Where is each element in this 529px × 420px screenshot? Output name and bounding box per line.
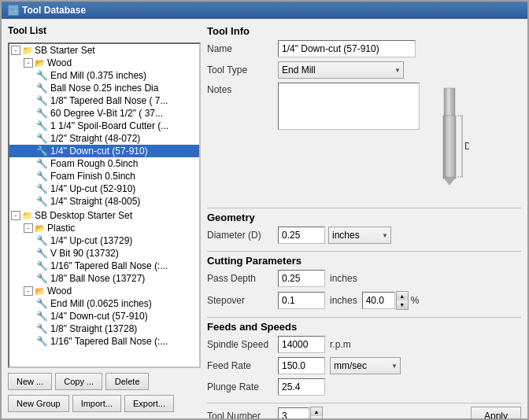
tool-type-select[interactable]: End Mill Ball Nose V-Bit Engraving	[278, 61, 404, 79]
spindle-unit: r.p.m	[330, 339, 351, 350]
diameter-unit-select-wrapper[interactable]: inches mm	[328, 227, 391, 244]
tool-type-row: Tool Type End Mill Ball Nose V-Bit Engra…	[207, 61, 521, 79]
tree-label: 1/4" Down-cut (57-910)	[50, 146, 148, 157]
stepover-pct-input[interactable]	[362, 292, 395, 309]
tool-icon: 🔧	[36, 196, 48, 207]
tree-label: 1/16" Tapered Ball Nose (:...	[50, 336, 168, 347]
tree-label: 1 1/4" Spoil-Board Cutter (...	[50, 120, 168, 131]
separator-1	[207, 208, 521, 208]
tree-label: 1/8" Straight (13728)	[50, 323, 137, 334]
list-item[interactable]: 🔧 1/8" Tapered Ball Nose ( 7...	[9, 94, 199, 107]
svg-rect-0	[444, 88, 455, 116]
tool-tree[interactable]: - 📁 SB Starter Set - 📂 Wood 🔧 End Mill (…	[8, 42, 201, 368]
notes-label: Notes	[207, 83, 278, 95]
pass-depth-unit: inches	[330, 273, 357, 284]
export-button[interactable]: Export...	[124, 395, 174, 412]
tool-icon: 🔧	[36, 83, 48, 94]
stepover-pct-spinbox: ▲ ▼	[396, 291, 409, 310]
expand-icon[interactable]: -	[24, 58, 33, 68]
tree-label: 1/4" Up-cut (52-910)	[50, 183, 135, 194]
list-item[interactable]: 🔧 1/2" Straight (48-072)	[9, 132, 199, 145]
new-group-button[interactable]: New Group	[8, 395, 69, 412]
notes-row: Notes	[207, 83, 521, 201]
expand-icon[interactable]: -	[24, 286, 33, 296]
diameter-unit-select[interactable]: inches mm	[328, 227, 391, 244]
tree-label: Ball Nose 0.25 inches Dia	[50, 83, 158, 94]
tree-label: Plastic	[47, 223, 75, 234]
list-item[interactable]: 🔧 End Mill (0.375 inches)	[9, 69, 199, 82]
name-row: Name	[207, 40, 521, 57]
list-item[interactable]: 🔧 60 Degree V-Bit 1/2" ( 37...	[9, 107, 199, 120]
right-panel: Tool Info Name Tool Type End Mill Ball N…	[207, 25, 521, 412]
folder-icon: 📂	[35, 223, 46, 234]
apply-button[interactable]: Apply	[471, 407, 521, 418]
name-input[interactable]	[278, 40, 416, 57]
tool-icon: 🔧	[36, 323, 48, 334]
import-button[interactable]: Import...	[72, 395, 121, 412]
tool-icon: 🔧	[36, 133, 48, 144]
tree-label: 1/4" Up-cut (13729)	[50, 235, 132, 246]
tool-icon: 🔧	[36, 336, 48, 347]
tool-icon: 🔧	[36, 235, 48, 246]
tool-database-window: 🔧 Tool Database Tool List - 📁 SB Starter…	[0, 0, 529, 420]
tool-icon: 🔧	[36, 273, 48, 284]
spindle-input[interactable]	[278, 336, 325, 353]
tool-number-up[interactable]: ▲	[311, 407, 322, 416]
list-item[interactable]: 🔧 1/8" Ball Nose (13727)	[9, 272, 199, 285]
svg-marker-6	[443, 177, 456, 185]
tree-item-wood2[interactable]: - 📂 Wood	[9, 285, 199, 297]
list-item[interactable]: 🔧 Foam Finish 0.5inch	[9, 170, 199, 182]
pass-depth-row: Pass Depth inches	[207, 270, 521, 287]
notes-input[interactable]	[278, 83, 420, 130]
stepover-pct-up[interactable]: ▲	[397, 292, 408, 300]
list-item[interactable]: 🔧 1/4" Down-cut (57-910)	[9, 310, 199, 322]
tree-item-sb-starter[interactable]: - 📁 SB Starter Set	[9, 44, 199, 57]
separator-4	[207, 403, 521, 403]
stepover-pct-down[interactable]: ▼	[397, 300, 408, 309]
delete-button[interactable]: Delete	[105, 373, 149, 390]
right-content: Tool Info Name Tool Type End Mill Ball N…	[207, 25, 521, 418]
stepover-label: Stepover	[207, 295, 278, 306]
diameter-row: Diameter (D) inches mm	[207, 227, 521, 244]
list-item[interactable]: 🔧 End Mill (0.0625 inches)	[9, 297, 199, 310]
list-item[interactable]: 🔧 1 1/4" Spoil-Board Cutter (...	[9, 120, 199, 132]
tool-number-spinbox: ▲ ▼	[310, 407, 323, 418]
tool-type-select-wrapper[interactable]: End Mill Ball Nose V-Bit Engraving	[278, 61, 404, 79]
spindle-label: Spindle Speed	[207, 339, 278, 350]
list-item[interactable]: 🔧 1/16" Tapered Ball Nose (:...	[9, 260, 199, 272]
plunge-input[interactable]	[278, 378, 325, 396]
tool-icon: 🔧	[36, 260, 48, 271]
tree-item-wood1[interactable]: - 📂 Wood	[9, 57, 199, 69]
list-item[interactable]: 🔧 Foam Rough 0.5inch	[9, 157, 199, 170]
tree-label: End Mill (0.0625 inches)	[50, 298, 152, 309]
feed-rate-unit-select[interactable]: mm/sec mm/min inches/sec inches/min	[330, 357, 401, 374]
expand-icon[interactable]: -	[11, 46, 20, 55]
copy-button[interactable]: Copy ...	[55, 373, 102, 390]
name-label: Name	[207, 43, 278, 54]
list-item-selected[interactable]: 🔧 1/4" Down-cut (57-910)	[9, 145, 199, 157]
list-item[interactable]: 🔧 V Bit 90 (13732)	[9, 247, 199, 260]
tree-item-sb-desktop[interactable]: - 📁 SB Desktop Starter Set	[9, 209, 199, 222]
tool-number-input[interactable]	[278, 407, 309, 418]
list-item[interactable]: 🔧 1/8" Straight (13728)	[9, 322, 199, 335]
feed-rate-input[interactable]	[278, 357, 325, 374]
stepover-input[interactable]	[278, 292, 325, 309]
list-item[interactable]: 🔧 Ball Nose 0.25 inches Dia	[9, 82, 199, 94]
list-item[interactable]: 🔧 1/4" Up-cut (13729)	[9, 234, 199, 247]
bottom-button-row-2: New Group Import... Export...	[8, 395, 201, 412]
tree-item-plastic[interactable]: - 📂 Plastic	[9, 222, 199, 234]
tool-number-spinbox-wrapper: ▲ ▼	[278, 407, 323, 418]
tool-number-down[interactable]: ▼	[311, 416, 322, 418]
list-item[interactable]: 🔧 1/4" Up-cut (52-910)	[9, 182, 199, 195]
section-cutting-title: Cutting Parameters	[207, 255, 521, 267]
diameter-input[interactable]	[278, 227, 325, 244]
expand-icon[interactable]: -	[24, 223, 33, 233]
feed-rate-unit-wrapper[interactable]: mm/sec mm/min inches/sec inches/min	[330, 357, 401, 374]
plunge-label: Plunge Rate	[207, 381, 278, 392]
list-item[interactable]: 🔧 1/4" Straight (48-005)	[9, 195, 199, 208]
new-button[interactable]: New ...	[8, 373, 52, 390]
list-item[interactable]: 🔧 1/16" Tapered Ball Nose (:...	[9, 335, 199, 348]
pass-depth-input[interactable]	[278, 270, 325, 287]
expand-icon[interactable]: -	[11, 211, 20, 220]
tree-label: Wood	[47, 286, 72, 297]
